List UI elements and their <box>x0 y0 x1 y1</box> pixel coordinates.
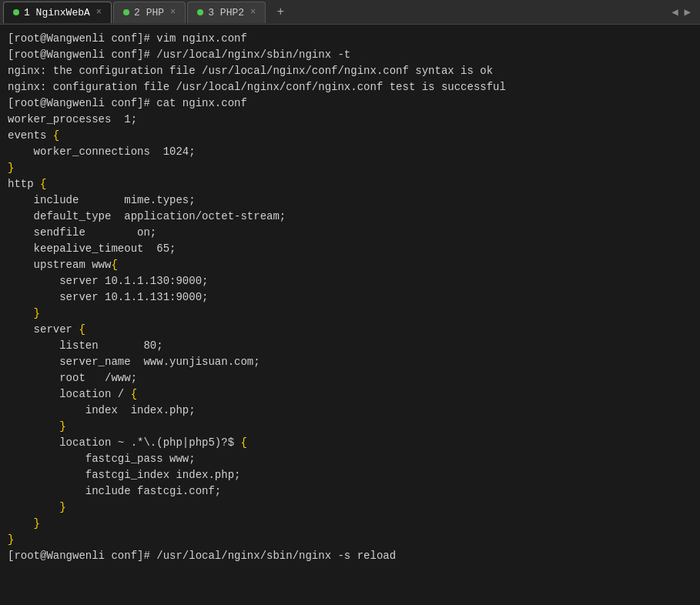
terminal-line: location ~ .*\.(php|php5)?$ { <box>8 435 692 451</box>
terminal-line: fastcgi_index index.php; <box>8 467 692 483</box>
terminal-line: worker_processes 1; <box>8 112 692 128</box>
terminal-line: [root@Wangwenli conf]# /usr/local/nginx/… <box>8 47 692 63</box>
terminal-line: } <box>8 500 692 516</box>
tab-3-dot <box>197 9 203 15</box>
tab-2-close[interactable]: × <box>170 7 176 18</box>
terminal-line: [root@Wangwenli conf]# cat nginx.conf <box>8 95 692 112</box>
nav-right-arrow[interactable]: ▶ <box>682 4 694 20</box>
tab-1-dot <box>13 9 19 15</box>
terminal-line: keepalive_timeout 65; <box>8 241 692 257</box>
terminal-line: listen 80; <box>8 338 692 354</box>
terminal-line: worker_connections 1024; <box>8 144 692 160</box>
terminal-line: } <box>8 306 692 322</box>
tab-2-label: 2 PHP <box>134 7 164 18</box>
terminal-line: root /www; <box>8 370 692 386</box>
terminal-line: nginx: configuration file /usr/local/ngi… <box>8 79 692 95</box>
terminal-line: http { <box>8 176 692 192</box>
tab-1-close[interactable]: × <box>96 7 102 18</box>
tab-2[interactable]: 2 PHP × <box>113 2 186 23</box>
terminal-line: include mime.types; <box>8 192 692 209</box>
terminal-line: } <box>8 419 692 435</box>
terminal-line: server 10.1.1.131:9000; <box>8 289 692 306</box>
terminal-line: server 10.1.1.130:9000; <box>8 273 692 289</box>
tab-bar: 1 NginxWebA × 2 PHP × 3 PHP2 × + ◀ ▶ <box>0 0 700 25</box>
nav-arrows: ◀ ▶ <box>668 4 697 20</box>
terminal-line: location / { <box>8 386 692 403</box>
terminal-line: server_name www.yunjisuan.com; <box>8 354 692 370</box>
terminal-line: [root@Wangwenli conf]# /usr/local/nginx/… <box>8 548 692 564</box>
tab-1-label: 1 NginxWebA <box>24 7 90 18</box>
terminal-line: default_type application/octet-stream; <box>8 209 692 225</box>
terminal-line: index index.php; <box>8 403 692 419</box>
terminal-line: include fastcgi.conf; <box>8 483 692 500</box>
terminal-line: sendfile on; <box>8 225 692 241</box>
terminal-line: } <box>8 516 692 532</box>
tab-3-close[interactable]: × <box>250 7 256 18</box>
terminal-line: nginx: the configuration file /usr/local… <box>8 63 692 79</box>
new-tab-button[interactable]: + <box>270 4 290 21</box>
terminal-line: } <box>8 160 692 176</box>
tab-2-dot <box>123 9 129 15</box>
terminal-line: [root@Wangwenli conf]# vim nginx.conf <box>8 31 692 47</box>
terminal-line: fastcgi_pass www; <box>8 451 692 467</box>
nav-left-arrow[interactable]: ◀ <box>668 4 681 20</box>
terminal-line: events { <box>8 128 692 144</box>
tab-3-label: 3 PHP2 <box>208 7 244 18</box>
terminal-line: } <box>8 532 692 548</box>
tab-1[interactable]: 1 NginxWebA × <box>3 2 112 23</box>
terminal-line: server { <box>8 322 692 338</box>
terminal-line: upstream www{ <box>8 257 692 273</box>
terminal[interactable]: [root@Wangwenli conf]# vim nginx.conf[ro… <box>0 25 700 605</box>
tab-3[interactable]: 3 PHP2 × <box>187 2 266 23</box>
